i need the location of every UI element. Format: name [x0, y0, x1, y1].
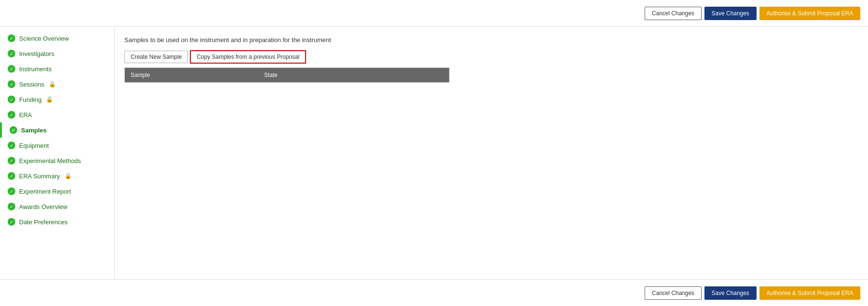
sidebar-label-experimental-methods: Experimental Methods — [19, 157, 81, 164]
check-icon-date-preferences: ✓ — [8, 218, 15, 226]
check-icon-science-overview: ✓ — [8, 34, 15, 42]
top-bar: Cancel Changes Save Changes Authorise & … — [0, 0, 868, 27]
samples-table: Sample State — [124, 67, 450, 83]
check-icon-funding: ✓ — [8, 96, 15, 103]
check-icon-sessions: ✓ — [8, 80, 15, 88]
sidebar-label-experiment-report: Experiment Report — [19, 188, 71, 195]
column-state: State — [258, 68, 353, 82]
sidebar-item-funding[interactable]: ✓Funding🔒 — [0, 92, 114, 107]
column-action2 — [401, 68, 449, 82]
sidebar-label-sessions: Sessions — [19, 81, 44, 88]
check-icon-experimental-methods: ✓ — [8, 157, 15, 164]
main-content: Samples to be used on the instrument and… — [115, 27, 868, 279]
sidebar-item-awards-overview[interactable]: ✓Awards Overview — [0, 199, 114, 214]
check-icon-era-summary: ✓ — [8, 172, 15, 180]
table-header: Sample State — [125, 68, 449, 82]
sidebar-label-instruments: Instruments — [19, 66, 52, 73]
top-authorise-button[interactable]: Authorise & Submit Proposal ERA — [759, 7, 860, 20]
sidebar-item-experiment-report[interactable]: ✓Experiment Report — [0, 184, 114, 199]
sidebar-label-equipment: Equipment — [19, 142, 49, 149]
sidebar-item-equipment[interactable]: ✓Equipment — [0, 138, 114, 153]
check-icon-equipment: ✓ — [8, 142, 15, 149]
sample-button-row: Create New Sample Copy Samples from a pr… — [124, 50, 858, 64]
sidebar-item-investigators[interactable]: ✓Investigators — [0, 46, 114, 61]
top-save-button[interactable]: Save Changes — [704, 7, 757, 20]
column-sample: Sample — [125, 68, 258, 82]
main-layout: ✓Science Overview✓Investigators✓Instrume… — [0, 27, 868, 279]
lock-icon-funding: 🔒 — [46, 96, 53, 103]
check-icon-era: ✓ — [8, 111, 15, 119]
sidebar-label-investigators: Investigators — [19, 50, 55, 57]
column-action1 — [354, 68, 402, 82]
sidebar-label-era-summary: ERA Summary — [19, 173, 60, 180]
top-cancel-button[interactable]: Cancel Changes — [645, 7, 702, 20]
sidebar-item-instruments[interactable]: ✓Instruments — [0, 61, 114, 76]
sidebar-item-era-summary[interactable]: ✓ERA Summary🔒 — [0, 168, 114, 184]
check-icon-awards-overview: ✓ — [8, 203, 15, 210]
sidebar-item-era[interactable]: ✓ERA — [0, 107, 114, 122]
sidebar-item-date-preferences[interactable]: ✓Date Preferences — [0, 214, 114, 230]
sidebar-label-era: ERA — [19, 111, 32, 119]
sidebar-item-science-overview[interactable]: ✓Science Overview — [0, 31, 114, 46]
bottom-cancel-button[interactable]: Cancel Changes — [645, 286, 702, 300]
sidebar-item-sessions[interactable]: ✓Sessions🔒 — [0, 76, 114, 92]
lock-icon-era-summary: 🔒 — [65, 173, 71, 179]
check-icon-instruments: ✓ — [8, 65, 15, 73]
sidebar: ✓Science Overview✓Investigators✓Instrume… — [0, 27, 115, 279]
check-icon-samples: ✓ — [10, 126, 17, 134]
check-icon-experiment-report: ✓ — [8, 187, 15, 195]
bottom-bar: Cancel Changes Save Changes Authorise & … — [0, 279, 868, 306]
check-icon-investigators: ✓ — [8, 50, 15, 57]
sidebar-label-funding: Funding — [19, 96, 42, 103]
create-sample-button[interactable]: Create New Sample — [124, 51, 188, 63]
bottom-save-button[interactable]: Save Changes — [704, 286, 757, 300]
sidebar-label-samples: Samples — [21, 127, 46, 134]
lock-icon-sessions: 🔒 — [49, 81, 56, 87]
sidebar-item-samples[interactable]: ✓Samples — [0, 122, 114, 138]
sidebar-label-science-overview: Science Overview — [19, 35, 69, 42]
bottom-authorise-button[interactable]: Authorise & Submit Proposal ERA — [759, 286, 860, 300]
sidebar-label-awards-overview: Awards Overview — [19, 203, 67, 210]
sidebar-label-date-preferences: Date Preferences — [19, 219, 67, 226]
copy-sample-button[interactable]: Copy Samples from a previous Proposal — [190, 50, 306, 64]
instruction-text: Samples to be used on the instrument and… — [124, 36, 858, 44]
sidebar-item-experimental-methods[interactable]: ✓Experimental Methods — [0, 153, 114, 168]
